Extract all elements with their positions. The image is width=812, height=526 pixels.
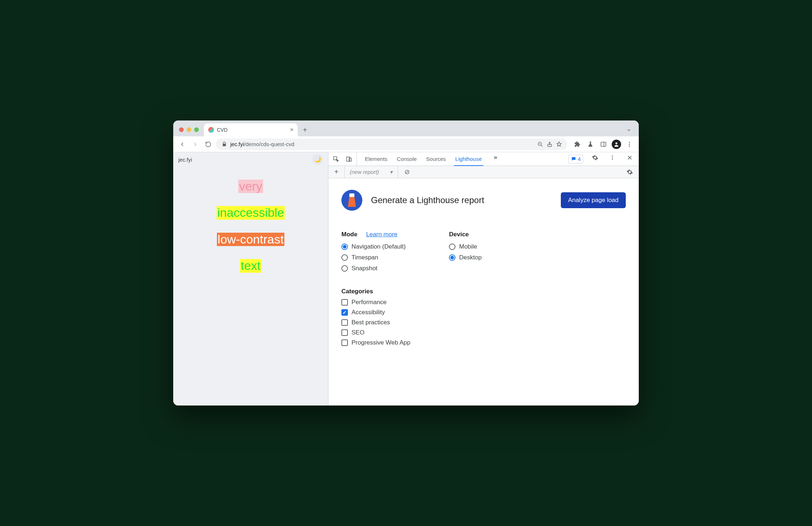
device-group: Device Mobile Desktop	[449, 231, 481, 272]
close-window-button[interactable]	[179, 127, 184, 132]
forward-button[interactable]	[190, 139, 201, 150]
category-pwa[interactable]: Progressive Web App	[341, 339, 626, 346]
category-performance[interactable]: Performance	[341, 299, 626, 306]
svg-rect-2	[601, 142, 606, 146]
window-controls	[177, 127, 202, 136]
report-dropdown-label: (new report)	[350, 169, 379, 175]
tab-elements[interactable]: Elements	[363, 152, 389, 166]
close-devtools-icon[interactable]	[624, 152, 635, 163]
tab-sources[interactable]: Sources	[425, 152, 448, 166]
inspect-element-icon[interactable]	[331, 154, 341, 165]
moon-icon: 🌙	[314, 156, 321, 163]
svg-point-11	[612, 157, 613, 158]
checkbox-icon	[341, 299, 348, 306]
address-bar[interactable]: jec.fyi/demo/cds-quest-cvd	[216, 139, 567, 150]
lock-icon	[221, 141, 227, 148]
category-seo[interactable]: SEO	[341, 329, 626, 336]
zoom-out-icon[interactable]	[537, 141, 543, 148]
svg-point-5	[629, 144, 630, 145]
dropdown-caret-icon: ▾	[390, 169, 393, 175]
svg-point-3	[615, 142, 617, 144]
svg-rect-8	[346, 157, 350, 161]
sample-text-3: low-contrast	[217, 233, 284, 246]
settings-gear-icon[interactable]	[590, 152, 601, 163]
categories-label: Categories	[341, 288, 626, 295]
learn-more-link[interactable]: Learn more	[366, 231, 397, 238]
devtools-kebab-icon[interactable]	[607, 152, 618, 163]
reload-button[interactable]	[203, 139, 214, 150]
radio-icon	[449, 244, 455, 250]
checkbox-icon	[341, 319, 348, 326]
device-option-desktop[interactable]: Desktop	[449, 254, 481, 261]
device-toolbar-icon[interactable]	[344, 154, 354, 165]
tab-strip: CVD × + ⌄	[173, 120, 639, 136]
extensions-icon[interactable]	[572, 139, 583, 150]
svg-point-4	[629, 142, 630, 143]
tab-console[interactable]: Console	[396, 152, 418, 166]
sample-text-2: inaccessible	[217, 206, 285, 219]
radio-icon	[341, 265, 348, 272]
kebab-menu-button[interactable]	[624, 139, 635, 150]
tab-lighthouse[interactable]: Lighthouse	[454, 152, 483, 166]
analyze-page-load-button[interactable]: Analyze page load	[561, 192, 626, 208]
svg-point-10	[612, 155, 613, 157]
theme-toggle-button[interactable]: 🌙	[312, 154, 323, 165]
more-tabs-icon[interactable]	[490, 152, 501, 163]
url-text: jec.fyi/demo/cds-quest-cvd	[230, 141, 294, 147]
checkbox-icon	[341, 339, 348, 346]
mode-label: Mode	[341, 231, 357, 238]
clear-icon[interactable]	[402, 167, 412, 177]
mode-option-snapshot[interactable]: Snapshot	[341, 265, 406, 272]
toolbar: jec.fyi/demo/cds-quest-cvd	[173, 136, 639, 152]
profile-button[interactable]	[611, 139, 622, 150]
mode-option-timespan[interactable]: Timespan	[341, 254, 406, 261]
devtools-panel: Elements Console Sources Lighthouse 4	[328, 152, 639, 406]
share-icon[interactable]	[546, 141, 553, 148]
tab-list-button[interactable]: ⌄	[626, 125, 632, 133]
checkbox-icon	[341, 309, 348, 316]
radio-icon	[449, 254, 455, 261]
minimize-window-button[interactable]	[187, 127, 191, 132]
new-tab-button[interactable]: +	[300, 125, 310, 135]
categories-group: Categories Performance Accessibility Bes…	[341, 288, 626, 346]
mode-group: Mode Learn more Navigation (Default) Tim…	[341, 231, 406, 272]
site-name: jec.fyi	[178, 157, 192, 163]
svg-point-12	[612, 159, 613, 160]
browser-tab[interactable]: CVD ×	[204, 123, 298, 136]
back-button[interactable]	[177, 139, 188, 150]
report-dropdown[interactable]: (new report) ▾	[344, 166, 398, 178]
favicon-icon	[208, 127, 214, 133]
lighthouse-title: Generate a Lighthouse report	[371, 195, 552, 205]
category-accessibility[interactable]: Accessibility	[341, 309, 626, 316]
avatar-icon	[612, 140, 621, 149]
category-best-practices[interactable]: Best practices	[341, 319, 626, 326]
device-label: Device	[449, 231, 469, 238]
lighthouse-settings-gear-icon[interactable]	[624, 167, 635, 177]
issues-badge[interactable]: 4	[568, 155, 583, 163]
close-tab-button[interactable]: ×	[290, 127, 293, 133]
device-option-mobile[interactable]: Mobile	[449, 243, 481, 250]
browser-window: CVD × + ⌄ jec.fyi/demo/cds-quest-cvd	[173, 120, 639, 406]
lighthouse-subbar: + (new report) ▾	[328, 166, 639, 178]
checkbox-icon	[341, 329, 348, 336]
new-report-plus-icon[interactable]: +	[332, 168, 341, 176]
side-panel-icon[interactable]	[598, 139, 609, 150]
sample-text-4: text	[240, 259, 261, 272]
page-viewport: jec.fyi 🌙 very inaccessible low-contrast…	[173, 152, 328, 406]
svg-point-6	[629, 145, 630, 146]
sample-text-1: very	[238, 180, 263, 193]
labs-icon[interactable]	[585, 139, 596, 150]
lighthouse-logo-icon	[341, 190, 362, 211]
issues-count: 4	[578, 156, 581, 162]
radio-icon	[341, 244, 348, 250]
maximize-window-button[interactable]	[194, 127, 199, 132]
radio-icon	[341, 254, 348, 261]
devtools-tabs: Elements Console Sources Lighthouse 4	[328, 152, 639, 166]
mode-option-navigation[interactable]: Navigation (Default)	[341, 243, 406, 250]
tab-title: CVD	[217, 127, 287, 133]
bookmark-star-icon[interactable]	[556, 141, 562, 148]
svg-rect-9	[349, 158, 352, 161]
